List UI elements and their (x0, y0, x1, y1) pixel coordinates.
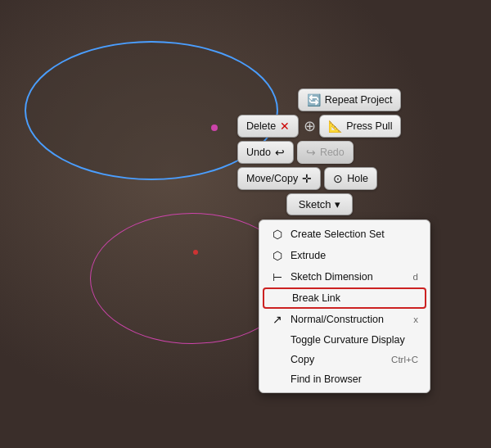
dot-marker-2 (193, 250, 198, 255)
toolbar-row-4: Move/Copy ✛ ⊙ Hole (237, 167, 401, 190)
shortcut-label: x (413, 315, 418, 324)
redo-icon: ↪ (306, 146, 316, 159)
menu-item-normal-construction[interactable]: ↗ Normal/Construction x (259, 309, 430, 330)
toolbar-row-1: 🔄 Repeat Project (237, 88, 401, 111)
menu-item-label: Create Selection Set (291, 229, 385, 240)
menu-item-label: Toggle Curvature Display (291, 334, 405, 346)
sketch-label: Sketch (299, 198, 331, 210)
menu-item-create-selection-set[interactable]: ⬡ Create Selection Set (259, 224, 430, 245)
menu-item-extrude[interactable]: ⬡ Extrude (259, 245, 430, 266)
press-pull-label: Press Pull (346, 120, 392, 132)
hole-icon: ⊙ (333, 172, 343, 185)
context-menu: ⬡ Create Selection Set ⬡ Extrude ⊢ Sketc… (259, 219, 430, 393)
dot-marker-1 (211, 124, 218, 131)
press-pull-icon: 📐 (328, 120, 342, 133)
undo-label: Undo (246, 147, 271, 158)
menu-item-sketch-dimension[interactable]: ⊢ Sketch Dimension d (259, 266, 430, 287)
menu-item-copy[interactable]: Copy Ctrl+C (259, 350, 430, 369)
menu-item-find-in-browser[interactable]: Find in Browser (259, 369, 430, 389)
undo-icon: ↩ (275, 146, 285, 159)
repeat-icon: 🔄 (307, 93, 321, 106)
toolbar-row-3: Undo ↩ ↪ Redo (237, 141, 401, 164)
delete-button[interactable]: Delete ✕ (237, 115, 299, 138)
extrude-icon: ⬡ (271, 249, 284, 262)
redo-button[interactable]: ↪ Redo (297, 141, 354, 164)
redo-label: Redo (320, 147, 345, 158)
repeat-project-button[interactable]: 🔄 Repeat Project (298, 88, 402, 111)
menu-item-label: Sketch Dimension (291, 271, 373, 283)
shortcut-label: d (413, 272, 418, 282)
chevron-down-icon: ▾ (335, 198, 340, 210)
construction-icon: ↗ (271, 313, 284, 326)
menu-item-label: Copy (291, 354, 314, 365)
toolbar-row-5: Sketch ▾ (237, 193, 401, 215)
hole-label: Hole (347, 173, 368, 184)
selection-set-icon: ⬡ (271, 228, 284, 241)
menu-item-label: Normal/Construction (291, 314, 384, 325)
dimension-icon: ⊢ (271, 270, 284, 283)
move-copy-label: Move/Copy (246, 173, 298, 184)
menu-item-label: Extrude (291, 250, 326, 261)
move-copy-icon: ✛ (302, 172, 312, 185)
sketch-dropdown-button[interactable]: Sketch ▾ (286, 193, 353, 215)
shortcut-label: Ctrl+C (391, 355, 418, 364)
press-pull-button[interactable]: 📐 Press Pull (319, 115, 401, 138)
toolbar-row-2: Delete ✕ ⊕ 📐 Press Pull (237, 115, 401, 138)
menu-item-label: Find in Browser (291, 373, 362, 385)
hole-button[interactable]: ⊙ Hole (324, 167, 377, 190)
undo-button[interactable]: Undo ↩ (237, 141, 294, 164)
menu-item-break-link[interactable]: Break Link (263, 287, 426, 309)
delete-icon: ✕ (280, 120, 290, 133)
toolbar: 🔄 Repeat Project Delete ✕ ⊕ 📐 Press Pull… (237, 88, 401, 215)
menu-item-toggle-curvature[interactable]: Toggle Curvature Display (259, 330, 430, 350)
repeat-project-label: Repeat Project (325, 94, 393, 106)
drag-handle-icon: ⊕ (304, 117, 316, 135)
menu-item-label: Break Link (292, 292, 340, 304)
delete-label: Delete (246, 120, 276, 132)
move-copy-button[interactable]: Move/Copy ✛ (237, 167, 321, 190)
